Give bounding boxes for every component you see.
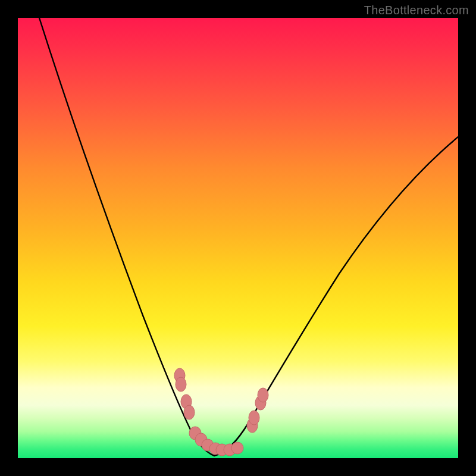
marker xyxy=(258,388,268,402)
marker-group xyxy=(174,368,268,456)
curve-left-branch xyxy=(39,18,214,456)
marker xyxy=(249,411,259,425)
marker xyxy=(184,405,195,419)
plot-area xyxy=(18,18,458,458)
chart-frame: TheBottleneck.com xyxy=(0,0,476,476)
watermark-text: TheBottleneck.com xyxy=(364,4,469,17)
marker xyxy=(231,442,243,454)
curve-right-branch xyxy=(214,137,458,456)
marker xyxy=(176,377,186,392)
bottleneck-curve xyxy=(18,18,458,458)
